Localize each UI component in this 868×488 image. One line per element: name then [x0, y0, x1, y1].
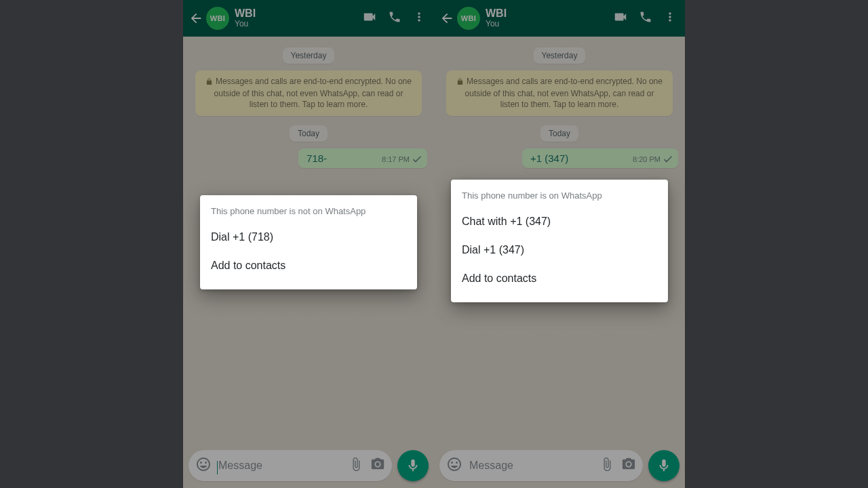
avatar[interactable]: WBI: [457, 7, 480, 30]
popup-item-dial[interactable]: Dial +1 (718): [200, 223, 417, 251]
phone-number-popup: This phone number is on WhatsApp Chat wi…: [451, 180, 668, 302]
message-input[interactable]: Message: [218, 460, 342, 472]
message-time: 8:17 PM: [382, 155, 410, 163]
arrow-left-icon: [189, 11, 203, 26]
paperclip-icon: [599, 457, 614, 472]
message-meta: 8:20 PM: [633, 155, 673, 164]
phone-number-popup: This phone number is not on WhatsApp Dia…: [200, 195, 417, 289]
popup-title: This phone number is on WhatsApp: [451, 189, 668, 207]
more-button[interactable]: [663, 10, 677, 26]
camera-button[interactable]: [621, 457, 636, 474]
chat-title: WBI: [486, 7, 613, 20]
paperclip-icon: [349, 457, 363, 472]
lock-icon: [456, 77, 464, 88]
emoji-icon: [195, 456, 212, 472]
message-text: 718-: [307, 152, 327, 164]
video-icon: [613, 9, 628, 24]
input-bar: Message: [434, 445, 685, 488]
date-chip-yesterday: Yesterday: [283, 47, 335, 64]
stage: WBI WBI You Yest: [0, 0, 868, 488]
message-meta: 8:17 PM: [382, 155, 422, 164]
app-bar: WBI WBI You: [434, 0, 685, 37]
video-call-button[interactable]: [362, 9, 377, 27]
text-caret: [217, 461, 218, 474]
message-row: +1 (347) 8:20 PM: [441, 148, 678, 168]
message-text: +1 (347): [530, 152, 568, 164]
e2ee-text: Messages and calls are end-to-end encryp…: [465, 77, 663, 109]
e2ee-notice[interactable]: Messages and calls are end-to-end encryp…: [446, 70, 673, 116]
more-vert-icon: [663, 10, 677, 24]
mic-icon: [656, 458, 671, 473]
mic-icon: [406, 458, 420, 473]
popup-title: This phone number is not on WhatsApp: [200, 205, 417, 223]
input-bar: Message: [183, 445, 434, 488]
popup-item-add-contact[interactable]: Add to contacts: [200, 251, 417, 280]
header-titles[interactable]: WBI You: [486, 7, 613, 29]
emoji-button[interactable]: [195, 456, 212, 475]
check-icon: [663, 156, 673, 163]
emoji-icon: [446, 456, 462, 472]
date-chip-today: Today: [540, 125, 578, 142]
date-chip-today: Today: [290, 125, 328, 142]
header-actions: [613, 9, 681, 27]
app-bar: WBI WBI You: [183, 0, 434, 37]
message-input-container[interactable]: Message: [439, 450, 643, 481]
camera-icon: [370, 457, 385, 472]
message-row: 718- 8:17 PM: [190, 148, 427, 168]
e2ee-text: Messages and calls are end-to-end encryp…: [214, 77, 412, 109]
more-vert-icon: [412, 10, 426, 24]
phone-icon: [639, 10, 652, 24]
message-placeholder: Message: [218, 460, 262, 471]
date-chip-yesterday: Yesterday: [534, 47, 586, 64]
camera-icon: [621, 457, 636, 472]
camera-button[interactable]: [370, 457, 385, 474]
popup-item-chat[interactable]: Chat with +1 (347): [451, 207, 668, 236]
header-actions: [362, 9, 430, 27]
chat-title: WBI: [235, 7, 362, 20]
video-icon: [362, 9, 377, 24]
message-bubble[interactable]: 718- 8:17 PM: [298, 148, 427, 168]
message-placeholder: Message: [469, 460, 513, 471]
message-input[interactable]: Message: [469, 460, 593, 472]
video-call-button[interactable]: [613, 9, 628, 27]
mic-button[interactable]: [397, 450, 429, 481]
voice-call-button[interactable]: [388, 10, 401, 26]
avatar[interactable]: WBI: [206, 7, 229, 30]
chat-subtitle: You: [235, 20, 362, 29]
popup-item-add-contact[interactable]: Add to contacts: [451, 264, 668, 293]
chat-subtitle: You: [486, 20, 613, 29]
attach-button[interactable]: [599, 457, 614, 474]
popup-item-dial[interactable]: Dial +1 (347): [451, 236, 668, 264]
message-time: 8:20 PM: [633, 155, 660, 163]
attach-button[interactable]: [349, 457, 363, 474]
phones-wrap: WBI WBI You Yest: [183, 0, 685, 488]
back-button[interactable]: [187, 9, 205, 27]
arrow-left-icon: [439, 11, 454, 26]
voice-call-button[interactable]: [639, 10, 652, 26]
emoji-button[interactable]: [446, 456, 462, 475]
more-button[interactable]: [412, 10, 426, 26]
lock-icon: [205, 77, 213, 88]
phone-right: WBI WBI You Yest: [434, 0, 685, 488]
header-titles[interactable]: WBI You: [235, 7, 362, 29]
mic-button[interactable]: [648, 450, 679, 481]
phone-left: WBI WBI You Yest: [183, 0, 434, 488]
check-icon: [412, 156, 422, 163]
message-input-container[interactable]: Message: [189, 450, 392, 481]
back-button[interactable]: [438, 9, 456, 27]
message-bubble[interactable]: +1 (347) 8:20 PM: [522, 148, 678, 168]
phone-icon: [388, 10, 401, 24]
e2ee-notice[interactable]: Messages and calls are end-to-end encryp…: [195, 70, 422, 116]
